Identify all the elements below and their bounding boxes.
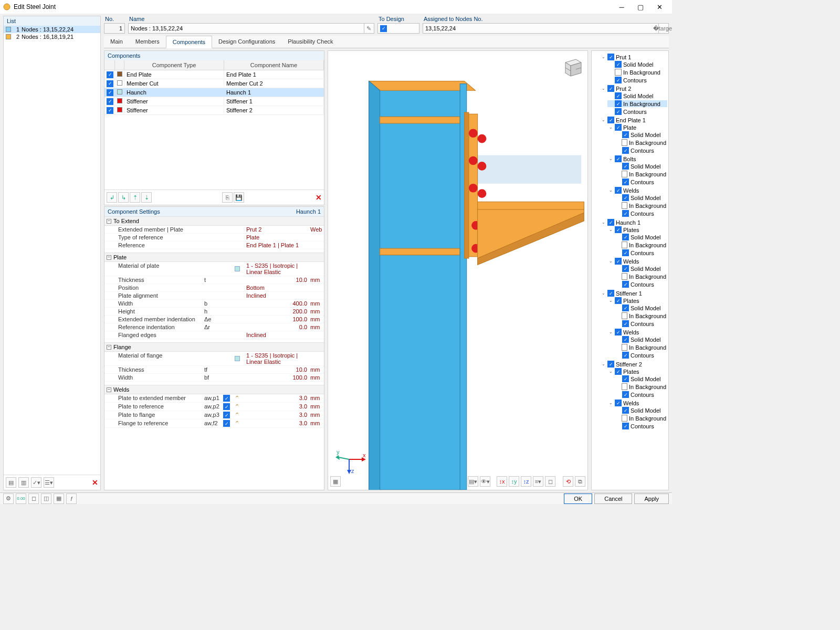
vp-show-button[interactable]: ▦ — [330, 476, 341, 487]
tree-checkbox[interactable]: ✓ — [622, 336, 629, 343]
vp-box-button[interactable]: ◻ — [545, 476, 555, 487]
tree-node[interactable]: In Background — [615, 273, 667, 280]
vp-zaxis-button[interactable]: ↕z — [521, 476, 531, 487]
settings-row[interactable]: Thicknesstf10.0mm — [104, 366, 324, 374]
tree-checkbox[interactable]: ✓ — [622, 423, 629, 429]
tree-checkbox[interactable]: ✓ — [622, 265, 629, 272]
tree-node[interactable]: ✓Contours — [615, 178, 667, 185]
tree-checkbox[interactable]: ✓ — [615, 92, 622, 99]
settings-row[interactable]: Widthbf100.0mm — [104, 374, 324, 382]
tree-node[interactable]: ⌄✓End Plate 1 — [600, 117, 667, 123]
bb-tool4[interactable]: f — [66, 494, 77, 504]
tree-checkbox[interactable]: ✓ — [615, 61, 622, 68]
tab-members[interactable]: Members — [129, 36, 166, 48]
settings-row[interactable]: PositionBottom — [104, 284, 324, 292]
tab-plausibility-check[interactable]: Plausibility Check — [281, 36, 339, 48]
assigned-input[interactable]: 13,15,22,24 �target — [423, 23, 669, 34]
settings-row[interactable]: Plate to referenceaw,p2✓⌃3.0mm — [104, 403, 324, 411]
tree-node[interactable]: ✓Contours — [615, 320, 667, 327]
tree-checkbox[interactable]: ✓ — [615, 108, 622, 115]
tree-node[interactable]: In Background — [615, 202, 667, 209]
tree-node[interactable]: ✓Contours — [615, 352, 667, 359]
tree-node[interactable]: In Background — [615, 415, 667, 422]
tree-checkbox[interactable]: ✓ — [622, 194, 629, 201]
list-item[interactable]: 2Nodes : 16,18,19,21 — [4, 33, 100, 40]
tree-checkbox[interactable]: ✓ — [622, 375, 629, 382]
tree-checkbox[interactable]: ✓ — [615, 226, 622, 233]
cancel-button[interactable]: Cancel — [594, 494, 632, 504]
todesign-checkbox[interactable]: ✓ — [377, 23, 419, 34]
tree-node[interactable]: In Background — [615, 242, 667, 248]
tree-checkbox[interactable]: ✓ — [615, 368, 622, 375]
delete-comp-button[interactable]: ✕ — [316, 193, 322, 202]
move-down-button[interactable]: ⇣ — [141, 192, 152, 203]
tree-checkbox[interactable] — [622, 139, 627, 146]
settings-row[interactable]: Material of plate1 - S235 | Isotropic | … — [104, 262, 324, 276]
tree-checkbox[interactable]: ✓ — [622, 131, 629, 138]
tree-checkbox[interactable]: ✓ — [615, 187, 622, 194]
settings-row[interactable]: Type of referencePlate — [104, 234, 324, 242]
close-button[interactable]: ✕ — [650, 1, 669, 13]
vp-yaxis-button[interactable]: ↕y — [509, 476, 519, 487]
settings-row[interactable]: Widthb400.0mm — [104, 300, 324, 308]
tree-checkbox[interactable]: ✓ — [615, 297, 622, 304]
tree-node[interactable]: ✓Contours — [615, 210, 667, 217]
tab-main[interactable]: Main — [104, 36, 129, 48]
tree-checkbox[interactable] — [622, 344, 627, 351]
tree-checkbox[interactable]: ✓ — [615, 100, 622, 107]
tree-node[interactable]: ✓Solid Model — [615, 265, 667, 272]
tree-node[interactable]: ✓Solid Model — [615, 194, 667, 201]
tree-node[interactable]: ✓Contours — [615, 249, 667, 256]
tree-checkbox[interactable]: ✓ — [615, 329, 622, 335]
tree-node[interactable]: ✓Solid Model — [615, 163, 667, 170]
settings-row[interactable]: Plate to extended memberaw,p1✓⌃3.0mm — [104, 394, 324, 403]
tree-checkbox[interactable]: ✓ — [622, 249, 629, 256]
navigation-cube[interactable] — [560, 55, 583, 78]
component-row[interactable]: ✓ Member Cut Member Cut 2 — [104, 79, 324, 88]
vp-reset-button[interactable]: ⟲ — [563, 476, 573, 487]
settings-row[interactable]: Plate alignmentInclined — [104, 292, 324, 300]
duplicate-button[interactable]: ▥ — [18, 477, 29, 488]
add-comp-button[interactable]: ↲ — [107, 192, 117, 203]
tree-checkbox[interactable] — [622, 383, 627, 390]
tree-node[interactable]: ⌄✓Plate — [607, 124, 667, 131]
decimals-button[interactable]: 0.00 — [16, 494, 26, 504]
vp-xaxis-button[interactable]: ↕x — [497, 476, 507, 487]
tree-node[interactable]: ⌄✓Prut 1 — [600, 54, 667, 60]
delete-list-button[interactable]: ✕ — [92, 478, 98, 487]
tree-node[interactable]: ✓Solid Model — [607, 61, 667, 68]
tree-checkbox[interactable]: ✓ — [622, 234, 629, 240]
vp-detach-button[interactable]: ⧉ — [575, 476, 585, 487]
tree-node[interactable]: In Background — [615, 383, 667, 390]
vp-render-button[interactable]: ▤▾ — [468, 476, 478, 487]
tree-node[interactable]: ✓Contours — [615, 391, 667, 398]
tree-node[interactable]: ✓Solid Model — [607, 92, 667, 99]
tree-checkbox[interactable]: ✓ — [622, 304, 629, 311]
tree-node[interactable]: In Background — [607, 69, 667, 76]
move-up-button[interactable]: ⇡ — [130, 192, 140, 203]
assigned-pick-icon[interactable]: �target — [658, 24, 668, 33]
tree-node[interactable]: ✓Solid Model — [615, 304, 667, 311]
tree-node[interactable]: ✓Contours — [615, 281, 667, 288]
tree-checkbox[interactable]: ✓ — [615, 258, 622, 265]
tree-checkbox[interactable] — [622, 273, 627, 280]
tree-node[interactable]: ✓Solid Model — [615, 234, 667, 240]
component-row[interactable]: ✓ Stiffener Stiffener 1 — [104, 97, 324, 106]
tree-checkbox[interactable]: ✓ — [607, 117, 614, 123]
component-row[interactable]: ✓ Haunch Haunch 1 — [104, 88, 324, 97]
name-input[interactable]: Nodes : 13,15,22,24 ✎ — [128, 23, 374, 34]
tree-node[interactable]: ⌄✓Welds — [607, 258, 667, 265]
settings-group-plate[interactable]: −Plate — [104, 253, 324, 262]
tree-checkbox[interactable] — [622, 171, 627, 177]
tree-node[interactable]: ⌄✓Stiffener 2 — [600, 361, 667, 368]
tree-node[interactable]: ✓Solid Model — [615, 336, 667, 343]
minimize-button[interactable]: ─ — [612, 1, 631, 13]
settings-row[interactable]: ReferenceEnd Plate 1 | Plate 1 — [104, 242, 324, 249]
tree-node[interactable]: ✓Solid Model — [615, 375, 667, 382]
tree-checkbox[interactable]: ✓ — [615, 124, 622, 131]
copy-comp-button[interactable]: ⎘ — [222, 192, 233, 203]
tree-checkbox[interactable]: ✓ — [622, 163, 629, 170]
tree-checkbox[interactable] — [622, 242, 627, 248]
tree-checkbox[interactable]: ✓ — [622, 147, 629, 154]
tree-node[interactable]: ⌄✓Plates — [607, 226, 667, 233]
